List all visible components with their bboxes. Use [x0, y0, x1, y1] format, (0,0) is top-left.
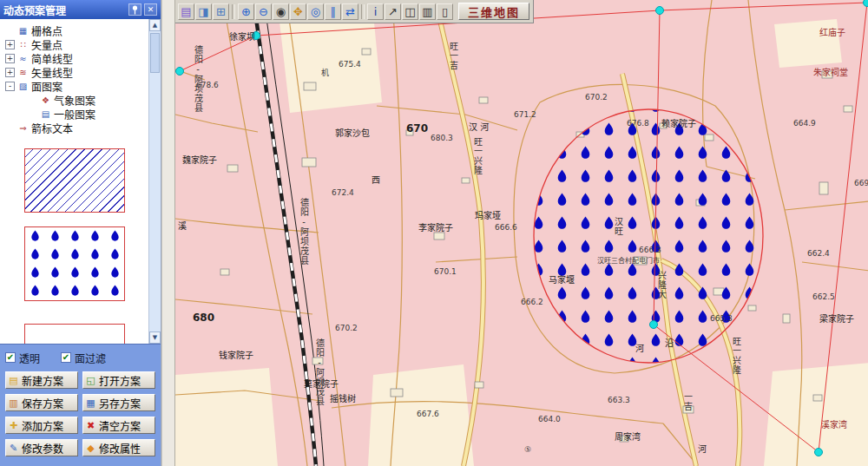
pattern-preview-hatch[interactable]	[24, 148, 125, 213]
plan-manager-panel: 动态预案管理 ✕ ▦栅格点+∷矢量点+≈简单线型+≋矢量线型-▨面图案❖气象图案…	[0, 0, 161, 466]
parcel-road	[436, 257, 517, 262]
snapshot-icon[interactable]: ◫	[402, 3, 418, 20]
parcel-road	[175, 219, 319, 233]
map-3d-button[interactable]: 三维地图	[458, 3, 529, 20]
building	[220, 269, 229, 275]
tree-expander-icon[interactable]: +	[5, 54, 15, 63]
building	[302, 158, 316, 167]
plan-button-icon: ✚	[8, 420, 19, 431]
plan-button-label: 清空方案	[99, 418, 141, 433]
grid-icon[interactable]: ⊞	[213, 3, 229, 20]
tree-item-8[interactable]: ⇒箭标文本	[5, 121, 148, 135]
tree-node-icon: ≈	[17, 54, 29, 63]
vertex-handle[interactable]	[864, 0, 868, 7]
building	[844, 106, 852, 112]
plan-button-4[interactable]: ▦另存方案	[82, 394, 155, 411]
checkbox-box-icon[interactable]: ✔	[61, 352, 71, 363]
tree-expander-icon[interactable]: +	[5, 40, 15, 49]
application-window: 动态预案管理 ✕ ▦栅格点+∷矢量点+≈简单线型+≋矢量线型-▨面图案❖气象图案…	[0, 0, 868, 466]
checkbox-1[interactable]: ✔透明	[5, 351, 40, 365]
tree-node-icon: ▨	[17, 82, 29, 91]
scroll-down-icon[interactable]: ▼	[149, 331, 161, 344]
building	[783, 314, 790, 323]
vertex-handle[interactable]	[176, 68, 184, 75]
plan-button-7[interactable]: ✎修改参数	[5, 439, 78, 456]
tree-item-5[interactable]: -▨面图案	[5, 79, 148, 93]
building	[822, 71, 832, 78]
panel-splitter[interactable]	[161, 0, 175, 466]
plan-button-6[interactable]: ✖清空方案	[82, 417, 155, 434]
tree-item-7[interactable]: ▤一般图案	[5, 107, 148, 121]
plan-button-2[interactable]: ◱打开方案	[82, 371, 155, 389]
plan-button-8[interactable]: ◆修改属性	[82, 439, 155, 456]
tree-spacer	[28, 95, 37, 105]
panel-scrollbar[interactable]: ▲ ▼	[148, 19, 161, 344]
checkbox-box-icon[interactable]: ✔	[5, 352, 16, 363]
building	[620, 436, 628, 442]
vertex-handle[interactable]	[253, 32, 260, 40]
plan-button-icon: ◱	[85, 375, 96, 386]
plan-button-icon: ▤	[8, 375, 19, 386]
plan-area-ellipse[interactable]	[534, 109, 763, 363]
tree-expander-icon[interactable]: -	[5, 82, 15, 91]
plan-button-icon: ✎	[8, 443, 19, 454]
pattern-preview-drops[interactable]	[24, 226, 125, 301]
tree-node-label: 一般图案	[54, 107, 95, 121]
report-icon[interactable]: ▯	[437, 3, 453, 20]
tree-node-icon: ⇒	[17, 123, 29, 133]
tree-item-3[interactable]: +≈简单线型	[5, 51, 148, 65]
panel-title: 动态预案管理	[3, 3, 126, 17]
pattern-preview-partial[interactable]	[24, 324, 125, 344]
vertex-handle[interactable]	[815, 449, 823, 456]
plan-button-1[interactable]: ▤新建方案	[5, 371, 78, 389]
tree-item-4[interactable]: +≋矢量线型	[5, 65, 148, 79]
vertex-handle[interactable]	[656, 7, 664, 15]
map-canvas[interactable]	[175, 0, 868, 466]
tree-item-2[interactable]: +∷矢量点	[5, 37, 148, 51]
tree-node-label: 简单线型	[31, 51, 73, 66]
pin-icon[interactable]	[128, 3, 141, 16]
tree-item-1[interactable]: ▦栅格点	[5, 23, 148, 37]
building	[819, 182, 828, 194]
swap-icon[interactable]: ⇄	[342, 3, 358, 20]
tree-expander-icon[interactable]: +	[5, 68, 15, 77]
tree-node-label: 箭标文本	[31, 121, 73, 135]
layers-map-icon[interactable]: ▤	[178, 3, 194, 20]
vertex-handle[interactable]	[650, 321, 658, 329]
plan-controls: ✔透明✔面过滤 ▤新建方案◱打开方案▥保存方案▦另存方案✚添加方案✖清空方案✎修…	[0, 344, 161, 466]
print-icon[interactable]: ▥	[419, 3, 436, 20]
building	[391, 389, 403, 397]
plan-button-5[interactable]: ✚添加方案	[5, 417, 78, 434]
parcel-road	[175, 115, 258, 132]
building	[813, 395, 822, 401]
plan-button-label: 修改属性	[99, 441, 141, 456]
close-icon[interactable]: ✕	[144, 3, 157, 16]
tree-node-label: 面图案	[31, 79, 62, 94]
export-icon[interactable]: ↗	[385, 3, 401, 20]
scroll-thumb[interactable]	[150, 33, 160, 73]
plan-button-label: 另存方案	[99, 396, 141, 410]
tree-node-label: 栅格点	[31, 23, 62, 38]
building	[475, 382, 483, 388]
info-icon[interactable]: i	[367, 3, 384, 20]
map-select-icon[interactable]: ◨	[195, 3, 212, 20]
pause-icon[interactable]: ∥	[325, 3, 341, 20]
panel-content: ▦栅格点+∷矢量点+≈简单线型+≋矢量线型-▨面图案❖气象图案▤一般图案⇒箭标文…	[0, 19, 161, 344]
scroll-up-icon[interactable]: ▲	[149, 19, 161, 31]
zoom-select-icon[interactable]: ◎	[307, 3, 324, 20]
map-view[interactable]: 徐家坝红庙子朱家祠堂德阳-阿坝茂县德阳-阿坝茂县德阳-阿坝茂县675.4机678…	[175, 0, 868, 466]
tree-item-6[interactable]: ❖气象图案	[5, 93, 148, 107]
plan-button-3[interactable]: ▥保存方案	[5, 394, 78, 411]
tree-node-icon: ▦	[17, 26, 29, 36]
tree-spacer	[5, 26, 15, 36]
plan-buttons: ▤新建方案◱打开方案▥保存方案▦另存方案✚添加方案✖清空方案✎修改参数◆修改属性	[5, 371, 161, 456]
pan-icon[interactable]: ✥	[290, 3, 306, 20]
building	[304, 82, 316, 90]
full-extent-icon[interactable]: ◉	[273, 3, 289, 20]
tree-spacer	[5, 123, 15, 133]
filter-checkboxes: ✔透明✔面过滤	[5, 350, 161, 365]
checkbox-2[interactable]: ✔面过滤	[61, 351, 106, 365]
zoom-in-icon[interactable]: ⊕	[238, 3, 254, 20]
map-layers	[175, 0, 868, 466]
zoom-out-icon[interactable]: ⊖	[255, 3, 272, 20]
